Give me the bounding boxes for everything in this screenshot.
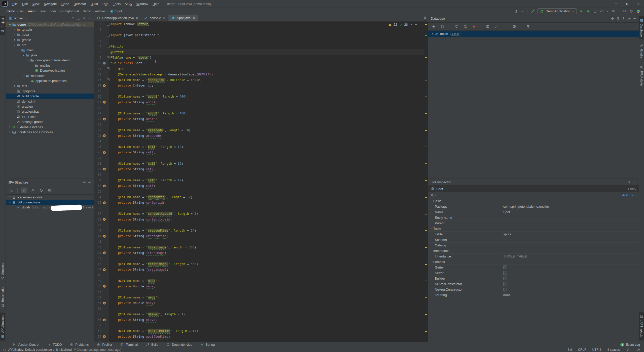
tree-item-build-gradle[interactable]: build.gradle xyxy=(6,94,94,99)
stripe-mark[interactable] xyxy=(425,163,427,164)
tree-chevron-icon[interactable] xyxy=(8,125,12,129)
chevron-down-icon[interactable] xyxy=(606,10,609,13)
stripe-mark[interactable] xyxy=(425,97,427,97)
code-line-26[interactable]: 26a private String cat1; xyxy=(94,150,424,155)
editor-tab-demoapplication-java[interactable]: DemoApplication.java✕ xyxy=(94,15,141,21)
code-line-36[interactable]: 36 xyxy=(94,205,424,211)
locate-file-icon[interactable] xyxy=(71,16,75,20)
search-icon[interactable] xyxy=(431,194,434,197)
tool-window-button-problems[interactable]: Problems xyxy=(69,342,89,347)
code-line-42[interactable]: 42 xyxy=(94,239,424,244)
force-refresh-icon[interactable] xyxy=(462,24,468,29)
breadcrumb-item-demo[interactable]: demo xyxy=(83,9,91,13)
tree-chevron-icon[interactable] xyxy=(26,59,30,62)
stripe-mark[interactable] xyxy=(425,180,427,181)
line-ending[interactable]: CRLF xyxy=(578,348,586,351)
inspector-row-setter[interactable]: Setter xyxy=(428,270,639,276)
hide-panel-icon[interactable] xyxy=(88,17,91,20)
status-settings-link[interactable]: // Change settings (moments ago) xyxy=(74,348,121,351)
stripe-mark[interactable] xyxy=(425,314,427,315)
code-line-58[interactable]: 58 @Column(name = "modifiedtime", length… xyxy=(94,328,424,334)
stripe-mark[interactable] xyxy=(425,281,427,281)
tree-chevron-icon[interactable] xyxy=(21,74,25,77)
close-button[interactable] xyxy=(633,0,644,8)
tool-window-tab-database[interactable]: Database xyxy=(639,16,644,39)
stripe-mark[interactable] xyxy=(425,130,427,131)
inspector-row-package[interactable]: Packagecom.springtutorial.demo.entities xyxy=(428,204,639,209)
query-console-icon[interactable]: QL xyxy=(511,24,517,29)
code-line-33[interactable]: 33 xyxy=(94,189,424,194)
menu-item-code[interactable]: Code xyxy=(59,2,71,6)
jpa-tree-item-dblab[interactable]: dblab(jdbc:mysql:/TravelA xyxy=(6,205,94,210)
stripe-mark[interactable] xyxy=(425,331,427,332)
diagram-view-icon[interactable] xyxy=(21,188,27,193)
actions-menu[interactable]: Actions xyxy=(622,193,636,197)
editor-tab-spot-java[interactable]: CSpot.java✕ xyxy=(168,15,198,21)
breadcrumb-item-entities[interactable]: entities xyxy=(95,9,105,13)
hide-panel-icon[interactable] xyxy=(88,181,91,184)
code-line-27[interactable]: 27 xyxy=(94,155,424,161)
tool-window-button-todo[interactable]: TODO xyxy=(47,342,62,347)
stripe-mark[interactable] xyxy=(425,113,427,114)
checkbox-setter[interactable] xyxy=(503,271,507,275)
tool-window-tab-jpa-palette[interactable]: JPA Palette xyxy=(639,63,644,88)
tree-chevron-icon[interactable] xyxy=(8,196,12,199)
settings-gear-icon[interactable] xyxy=(629,9,634,14)
code-line-18[interactable]: 18 xyxy=(94,105,424,111)
tree-item-main[interactable]: main xyxy=(6,48,94,53)
code-line-30[interactable]: 30 xyxy=(94,172,424,178)
inspector-row-entity-name[interactable]: Entity name xyxy=(428,215,639,221)
breadcrumb-item-main[interactable]: main xyxy=(28,9,35,13)
inspector-section-basic[interactable]: Basic xyxy=(428,198,639,204)
panel-settings-icon[interactable] xyxy=(82,181,86,184)
stripe-mark[interactable] xyxy=(425,24,427,25)
code-line-29[interactable]: 29a private String cat2; xyxy=(94,166,424,172)
inspector-row-builder[interactable]: Builder xyxy=(428,276,639,281)
checkbox-noargsconstructor[interactable] xyxy=(503,288,507,291)
code-line-37[interactable]: 37 @Column(name = "contenttypeid", lengt… xyxy=(94,211,424,216)
build-hammer-icon[interactable] xyxy=(531,9,535,14)
code-line-11[interactable]: 11− @Id xyxy=(94,66,424,72)
run-button[interactable] xyxy=(579,9,584,14)
indent-setting[interactable]: 4 spaces xyxy=(607,348,620,351)
code-line-35[interactable]: 35a private String contentid; xyxy=(94,200,424,205)
inspector-row-parent[interactable]: Parent xyxy=(428,221,639,226)
tool-window-button-profiler[interactable]: Profiler xyxy=(96,342,112,347)
hide-panel-icon[interactable] xyxy=(633,17,636,20)
tree-chevron-icon[interactable] xyxy=(8,23,12,26)
code-line-52[interactable]: 52 @Column(name = "mapy") xyxy=(94,295,424,300)
fold-marker-icon[interactable]: − xyxy=(107,45,110,48)
code-line-19[interactable]: 19 @Column(name = "addr2", length = 400) xyxy=(94,111,424,116)
inspected-entity-row[interactable]: Spot Entity xyxy=(428,186,639,192)
code-with-me-icon[interactable] xyxy=(514,9,519,14)
code-line-31[interactable]: 31 @Column(name = "cat3", length = 12) xyxy=(94,178,424,183)
code-line-17[interactable]: 17a private String addr1; xyxy=(94,100,424,105)
tree-chevron-icon[interactable] xyxy=(8,201,12,204)
stripe-mark[interactable] xyxy=(425,197,427,198)
hide-panel-icon[interactable] xyxy=(633,181,636,184)
breadcrumb-item-src[interactable]: src xyxy=(19,9,24,13)
code-line-59[interactable]: 59a private String modifiedtime; xyxy=(94,334,424,339)
locate-object-icon[interactable] xyxy=(611,17,614,20)
menu-item-edit[interactable]: Edit xyxy=(20,2,30,6)
code-line-20[interactable]: 20a private String addr2; xyxy=(94,116,424,122)
stripe-mark[interactable] xyxy=(425,247,427,248)
code-line-41[interactable]: 41a private String createdtime; xyxy=(94,233,424,239)
fold-marker-icon[interactable]: − xyxy=(107,78,110,81)
menu-item-run[interactable]: Run xyxy=(100,2,111,6)
expand-all-icon[interactable] xyxy=(616,17,620,20)
code-line-32[interactable]: 32a private String cat3; xyxy=(94,183,424,189)
code-line-45[interactable]: 45 xyxy=(94,256,424,261)
write-access-icon[interactable] xyxy=(626,347,630,352)
profile-button[interactable] xyxy=(593,9,597,14)
code-line-38[interactable]: 38a private String contenttypeid; xyxy=(94,217,424,222)
code-line-15[interactable]: 15 xyxy=(94,88,424,94)
code-line-56[interactable]: 56a private String mlevel; xyxy=(94,317,424,323)
tool-window-button-version-control[interactable]: Version Control xyxy=(12,342,39,347)
tree-item-application-properties[interactable]: application.properties xyxy=(6,78,94,83)
tree-chevron-icon[interactable] xyxy=(12,84,16,87)
code-line-51[interactable]: 51 xyxy=(94,289,424,295)
inspector-section-table[interactable]: Table xyxy=(428,226,639,232)
inspector-row-inheritance[interactable]: InheritanceSINGLE_TABLE xyxy=(428,254,639,259)
ide-features-sphere-icon[interactable] xyxy=(636,9,640,14)
